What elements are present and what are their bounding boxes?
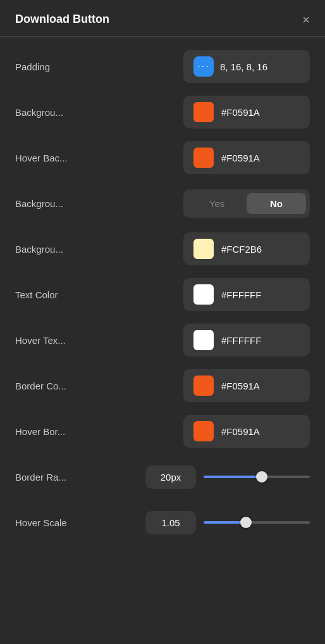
slider-control-hover-scale: 1.05 — [145, 511, 310, 534]
color-value-background-color-2: #FCF2B6 — [221, 244, 262, 255]
row-background-color-2: Backgrou...#FCF2B6 — [15, 229, 310, 268]
color-control-border-color[interactable]: #F0591A — [183, 369, 310, 402]
panel-header: Download Button × — [0, 0, 325, 36]
color-control-background-color-2[interactable]: #FCF2B6 — [183, 232, 310, 265]
padding-dots-button[interactable]: ··· — [193, 56, 214, 77]
dots-icon: ··· — [197, 61, 209, 72]
label-background-color-2: Backgrou... — [15, 244, 63, 255]
slider-control-border-radius: 20px — [145, 465, 310, 489]
slider-thumb-hover-scale[interactable] — [240, 517, 252, 528]
header-divider — [0, 36, 325, 37]
label-hover-text: Hover Tex... — [15, 335, 66, 346]
toggle-option-no[interactable]: No — [247, 193, 306, 214]
color-control-hover-text[interactable]: #FFFFFF — [183, 324, 310, 357]
row-background-toggle: Backgrou...YesNo — [15, 184, 310, 223]
padding-control[interactable]: ···8, 16, 8, 16 — [183, 50, 310, 83]
row-text-color: Text Color#FFFFFF — [15, 275, 310, 314]
color-value-text-color: #FFFFFF — [221, 289, 261, 300]
color-control-hover-border[interactable]: #F0591A — [183, 415, 310, 448]
row-border-radius: Border Ra...20px — [15, 457, 310, 496]
slider-value-border-radius: 20px — [145, 465, 196, 489]
panel-title: Download Button — [15, 13, 109, 26]
color-swatch-hover-background[interactable] — [193, 148, 214, 168]
label-background: Backgrou... — [15, 107, 63, 118]
label-padding: Padding — [15, 61, 50, 72]
row-background: Backgrou...#F0591A — [15, 92, 310, 132]
row-border-color: Border Co...#F0591A — [15, 366, 310, 405]
color-swatch-text-color[interactable] — [193, 284, 214, 305]
toggle-control-background-toggle[interactable]: YesNo — [183, 189, 310, 218]
slider-fill-border-radius — [204, 476, 262, 478]
color-swatch-hover-text[interactable] — [193, 330, 214, 350]
label-background-toggle: Backgrou... — [15, 198, 63, 209]
color-control-text-color[interactable]: #FFFFFF — [183, 278, 310, 311]
label-border-color: Border Co... — [15, 381, 66, 391]
slider-thumb-border-radius[interactable] — [256, 471, 267, 483]
panel: Download Button × Padding···8, 16, 8, 16… — [0, 0, 325, 644]
slider-value-hover-scale: 1.05 — [145, 511, 196, 534]
slider-fill-hover-scale — [204, 521, 246, 524]
label-text-color: Text Color — [15, 289, 58, 300]
label-hover-background: Hover Bac... — [15, 153, 68, 163]
color-swatch-background[interactable] — [193, 102, 214, 122]
color-value-border-color: #F0591A — [221, 381, 260, 391]
row-hover-scale: Hover Scale1.05 — [15, 503, 310, 542]
color-control-background[interactable]: #F0591A — [183, 96, 310, 129]
color-value-hover-background: #F0591A — [221, 153, 260, 163]
row-hover-background: Hover Bac...#F0591A — [15, 138, 310, 177]
toggle-option-yes[interactable]: Yes — [187, 193, 247, 214]
label-hover-border: Hover Bor... — [15, 426, 65, 437]
row-hover-border: Hover Bor...#F0591A — [15, 412, 310, 451]
label-hover-scale: Hover Scale — [15, 517, 67, 528]
label-border-radius: Border Ra... — [15, 472, 66, 483]
slider-track-hover-scale[interactable] — [204, 521, 310, 524]
color-swatch-background-color-2[interactable] — [193, 239, 214, 259]
color-value-hover-text: #FFFFFF — [221, 335, 261, 346]
row-padding: Padding···8, 16, 8, 16 — [15, 47, 310, 86]
color-control-hover-background[interactable]: #F0591A — [183, 141, 310, 174]
color-value-hover-border: #F0591A — [221, 426, 260, 437]
slider-track-border-radius[interactable] — [204, 476, 310, 478]
color-value-background: #F0591A — [221, 107, 260, 118]
rows-container: Padding···8, 16, 8, 16Backgrou...#F0591A… — [0, 42, 325, 557]
close-button[interactable]: × — [302, 13, 310, 26]
color-swatch-hover-border[interactable] — [193, 421, 214, 441]
padding-value: 8, 16, 8, 16 — [220, 61, 267, 72]
color-swatch-border-color[interactable] — [193, 376, 214, 396]
row-hover-text: Hover Tex...#FFFFFF — [15, 320, 310, 360]
